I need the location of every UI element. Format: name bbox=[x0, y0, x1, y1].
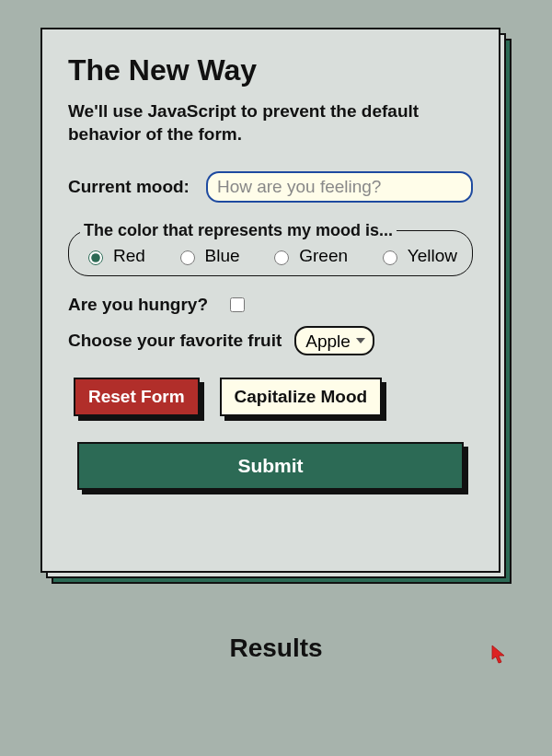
hungry-label: Are you hungry? bbox=[68, 295, 208, 315]
radio-blue[interactable] bbox=[180, 250, 195, 265]
fruit-select[interactable]: Apple bbox=[294, 326, 374, 355]
mood-color-options: Red Blue Green Yellow bbox=[80, 246, 461, 266]
hungry-checkbox[interactable] bbox=[230, 297, 245, 312]
mood-color-legend: The color that represents my mood is... bbox=[80, 221, 397, 240]
mood-color-option-blue[interactable]: Blue bbox=[176, 246, 240, 266]
mood-color-option-yellow[interactable]: Yellow bbox=[378, 246, 457, 266]
form-card: The New Way We'll use JavaScript to prev… bbox=[40, 28, 500, 573]
radio-green[interactable] bbox=[274, 250, 289, 265]
mood-color-fieldset: The color that represents my mood is... … bbox=[68, 221, 473, 276]
radio-label: Green bbox=[299, 246, 348, 266]
capitalize-button[interactable]: Capitalize Mood bbox=[220, 378, 383, 416]
mood-input[interactable] bbox=[206, 171, 473, 203]
mood-label: Current mood: bbox=[68, 177, 190, 197]
radio-label: Blue bbox=[205, 246, 240, 266]
button-row: Reset Form Capitalize Mood bbox=[74, 378, 473, 416]
reset-button[interactable]: Reset Form bbox=[74, 378, 200, 416]
radio-red[interactable] bbox=[88, 250, 103, 265]
page-title: The New Way bbox=[68, 53, 473, 87]
form-card-stack: The New Way We'll use JavaScript to prev… bbox=[40, 28, 512, 584]
radio-label: Red bbox=[113, 246, 145, 266]
mood-color-option-green[interactable]: Green bbox=[270, 246, 348, 266]
page-subtitle: We'll use JavaScript to prevent the defa… bbox=[68, 100, 473, 145]
radio-yellow[interactable] bbox=[383, 250, 397, 265]
submit-button[interactable]: Submit bbox=[77, 442, 464, 490]
fruit-select-wrap: Apple bbox=[294, 326, 374, 355]
radio-label: Yellow bbox=[408, 246, 457, 266]
hungry-row: Are you hungry? bbox=[68, 295, 473, 315]
fruit-row: Choose your favorite fruit Apple bbox=[68, 326, 473, 355]
mood-color-option-red[interactable]: Red bbox=[84, 246, 145, 266]
fruit-label: Choose your favorite fruit bbox=[68, 331, 282, 351]
results-heading: Results bbox=[0, 634, 552, 663]
mood-row: Current mood: bbox=[68, 171, 473, 203]
